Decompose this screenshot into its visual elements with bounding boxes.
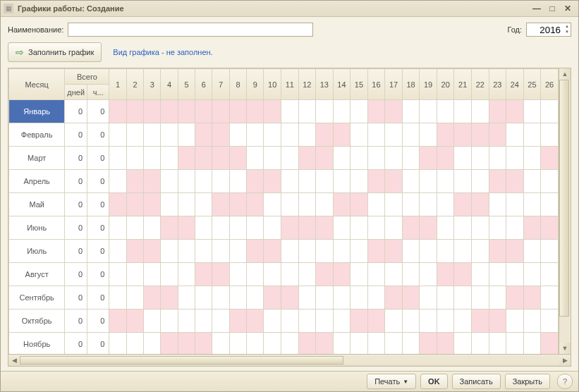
- col-day-19[interactable]: 19: [420, 69, 437, 100]
- day-cell[interactable]: [247, 286, 264, 310]
- col-day-5[interactable]: 5: [178, 69, 195, 100]
- day-cell[interactable]: [402, 310, 420, 333]
- day-cell[interactable]: [126, 123, 143, 147]
- col-day-17[interactable]: 17: [385, 69, 403, 100]
- day-cell[interactable]: [126, 193, 143, 216]
- day-cell[interactable]: [264, 310, 281, 333]
- day-cell[interactable]: [454, 193, 472, 216]
- col-day-18[interactable]: 18: [402, 69, 420, 100]
- day-cell[interactable]: [281, 100, 298, 123]
- day-cell[interactable]: [489, 216, 506, 240]
- day-cell[interactable]: [523, 216, 541, 240]
- day-cell[interactable]: [385, 333, 403, 355]
- table-row[interactable]: Ноябрь00: [9, 333, 559, 355]
- table-row[interactable]: Октябрь00: [9, 310, 559, 333]
- day-cell[interactable]: [109, 216, 126, 240]
- day-cell[interactable]: [161, 100, 178, 123]
- day-cell[interactable]: [109, 193, 126, 216]
- day-cell[interactable]: [402, 216, 420, 240]
- month-cell[interactable]: Март: [9, 147, 65, 170]
- col-day-6[interactable]: 6: [195, 69, 212, 100]
- day-cell[interactable]: [402, 240, 420, 263]
- day-cell[interactable]: [437, 263, 454, 286]
- help-icon[interactable]: ?: [557, 374, 573, 389]
- day-cell[interactable]: [541, 216, 559, 240]
- day-cell[interactable]: [523, 286, 541, 310]
- day-cell[interactable]: [195, 193, 212, 216]
- day-cell[interactable]: [298, 263, 316, 286]
- day-cell[interactable]: [178, 147, 195, 170]
- day-cell[interactable]: [351, 286, 368, 310]
- day-cell[interactable]: [281, 333, 298, 355]
- day-cell[interactable]: [367, 147, 385, 170]
- hours-cell[interactable]: 0: [87, 333, 109, 355]
- day-cell[interactable]: [472, 123, 489, 147]
- month-cell[interactable]: Февраль: [9, 123, 65, 147]
- day-cell[interactable]: [144, 286, 161, 310]
- day-cell[interactable]: [333, 216, 351, 240]
- day-cell[interactable]: [144, 333, 161, 355]
- day-cell[interactable]: [161, 170, 178, 193]
- col-day-8[interactable]: 8: [229, 69, 246, 100]
- day-cell[interactable]: [541, 263, 559, 286]
- day-cell[interactable]: [385, 170, 403, 193]
- day-cell[interactable]: [298, 310, 316, 333]
- day-cell[interactable]: [333, 193, 351, 216]
- days-cell[interactable]: 0: [65, 333, 87, 355]
- day-cell[interactable]: [333, 100, 351, 123]
- day-cell[interactable]: [333, 123, 351, 147]
- day-cell[interactable]: [420, 216, 437, 240]
- day-cell[interactable]: [541, 100, 559, 123]
- day-cell[interactable]: [195, 310, 212, 333]
- day-cell[interactable]: [437, 240, 454, 263]
- col-total-header[interactable]: Всего: [65, 69, 109, 85]
- day-cell[interactable]: [178, 170, 195, 193]
- day-cell[interactable]: [316, 100, 334, 123]
- day-cell[interactable]: [229, 147, 246, 170]
- day-cell[interactable]: [161, 310, 178, 333]
- day-cell[interactable]: [298, 100, 316, 123]
- day-cell[interactable]: [351, 240, 368, 263]
- day-cell[interactable]: [212, 123, 229, 147]
- day-cell[interactable]: [333, 147, 351, 170]
- month-cell[interactable]: Июль: [9, 240, 65, 263]
- day-cell[interactable]: [367, 263, 385, 286]
- day-cell[interactable]: [541, 147, 559, 170]
- day-cell[interactable]: [264, 100, 281, 123]
- table-row[interactable]: Январь00: [9, 100, 559, 123]
- day-cell[interactable]: [126, 310, 143, 333]
- day-cell[interactable]: [454, 286, 472, 310]
- col-day-23[interactable]: 23: [489, 69, 506, 100]
- day-cell[interactable]: [281, 170, 298, 193]
- day-cell[interactable]: [247, 123, 264, 147]
- day-cell[interactable]: [472, 310, 489, 333]
- col-month-header[interactable]: Месяц: [9, 69, 65, 100]
- day-cell[interactable]: [281, 286, 298, 310]
- day-cell[interactable]: [367, 216, 385, 240]
- hours-cell[interactable]: 0: [87, 147, 109, 170]
- day-cell[interactable]: [195, 170, 212, 193]
- day-cell[interactable]: [523, 310, 541, 333]
- day-cell[interactable]: [212, 170, 229, 193]
- day-cell[interactable]: [109, 310, 126, 333]
- col-day-14[interactable]: 14: [333, 69, 351, 100]
- day-cell[interactable]: [126, 147, 143, 170]
- day-cell[interactable]: [489, 286, 506, 310]
- day-cell[interactable]: [333, 286, 351, 310]
- day-cell[interactable]: [178, 310, 195, 333]
- day-cell[interactable]: [420, 333, 437, 355]
- day-cell[interactable]: [212, 263, 229, 286]
- day-cell[interactable]: [523, 147, 541, 170]
- day-cell[interactable]: [420, 310, 437, 333]
- year-down-icon[interactable]: ▼: [563, 29, 571, 35]
- table-row[interactable]: Август00: [9, 263, 559, 286]
- month-cell[interactable]: Май: [9, 193, 65, 216]
- day-cell[interactable]: [472, 193, 489, 216]
- table-row[interactable]: Май00: [9, 193, 559, 216]
- day-cell[interactable]: [454, 240, 472, 263]
- day-cell[interactable]: [541, 240, 559, 263]
- day-cell[interactable]: [298, 216, 316, 240]
- day-cell[interactable]: [420, 170, 437, 193]
- col-day-25[interactable]: 25: [523, 69, 541, 100]
- day-cell[interactable]: [212, 100, 229, 123]
